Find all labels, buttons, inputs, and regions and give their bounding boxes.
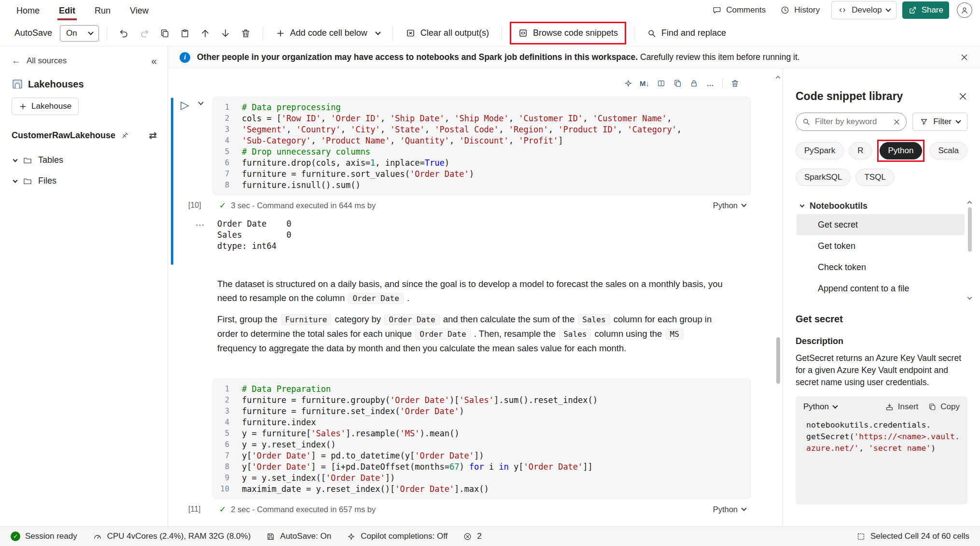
autosave-status[interactable]: AutoSave: On (266, 532, 331, 541)
move-cell-up-button[interactable] (196, 25, 214, 42)
code-line[interactable]: 6furniture.drop(cols, axis=1, inplace=Tr… (213, 158, 743, 169)
switch-lakehouse-icon[interactable]: ⇄ (149, 129, 157, 141)
back-to-sources-button[interactable]: ← All sources (12, 56, 67, 66)
snippet-group-header[interactable]: Notebookutils (797, 198, 868, 214)
markdown-convert-icon[interactable]: M↓ (637, 76, 652, 90)
undo-button[interactable] (115, 25, 133, 42)
scroll-down-icon[interactable] (967, 295, 972, 300)
snippet-code[interactable]: notebookutils.credentials.getSecret('htt… (803, 419, 960, 454)
collapse-sidebar-button[interactable]: « (151, 55, 157, 67)
split-cell-icon[interactable] (654, 76, 668, 90)
notebook-scrollbar[interactable] (774, 69, 783, 526)
add-lakehouse-button[interactable]: Lakehouse (12, 98, 79, 115)
clear-search-icon[interactable] (893, 118, 900, 126)
snippet-search-box[interactable] (796, 113, 907, 131)
output-options-icon[interactable]: … (195, 217, 205, 227)
delete-cell-icon[interactable] (728, 76, 742, 90)
copilot-icon[interactable] (621, 76, 635, 90)
cell-language-selector[interactable]: Python (713, 505, 751, 514)
code-line[interactable]: 4furniture.index (213, 417, 743, 428)
copilot-status[interactable]: Copilot completions: Off (347, 532, 448, 541)
code-line[interactable]: 8furniture.isnull().sum() (213, 180, 743, 191)
comments-button[interactable]: Comments (706, 1, 771, 19)
scroll-up-icon[interactable] (776, 76, 781, 81)
add-code-cell-button[interactable]: Add code cell below (271, 24, 385, 42)
snippet-item-get-token[interactable]: Get token (797, 235, 965, 257)
code-line[interactable]: 9y = y.set_index(['Order Date']) (213, 473, 743, 484)
code-line[interactable]: 7y['Order Date'] = pd.to_datetime(y['Ord… (213, 450, 743, 461)
language-chip-pyspark[interactable]: PySpark (796, 142, 844, 159)
notebook-canvas[interactable]: ▷ M↓ … 1# Data preprocessing2cols = ['Ro… (168, 69, 774, 526)
code-line[interactable]: 5# Drop unnecessary columns (213, 146, 743, 158)
menu-tab-view[interactable]: View (128, 1, 150, 20)
snippet-item-check-token[interactable]: Check token (797, 257, 965, 278)
code-line[interactable]: 6y = y.reset_index() (213, 439, 743, 450)
share-button[interactable]: Share (902, 1, 949, 19)
copy-snippet-button[interactable]: Copy (928, 402, 960, 412)
find-replace-button[interactable]: Find and replace (642, 24, 731, 42)
autosave-toggle[interactable]: On (60, 25, 99, 42)
menu-tab-run[interactable]: Run (93, 1, 112, 20)
clear-outputs-button[interactable]: Clear all output(s) (401, 24, 494, 42)
browse-code-snippets-button[interactable]: Browse code snippets (513, 24, 623, 42)
copy-button[interactable] (155, 25, 174, 42)
snippet-list-scrollbar[interactable] (966, 200, 973, 299)
language-chip-python[interactable]: Python (880, 142, 923, 159)
resource-usage[interactable]: CPU 4vCores (2.4%), RAM 32G (8.0%) (93, 532, 251, 541)
run-cell-button[interactable]: ▷ (181, 100, 189, 111)
code-line[interactable]: 4'Sub-Category', 'Product Name', 'Quanti… (213, 135, 743, 146)
banner-close-button[interactable] (960, 53, 968, 61)
redo-button[interactable] (135, 25, 154, 42)
search-input[interactable] (815, 117, 889, 127)
close-panel-icon[interactable] (958, 92, 967, 101)
freeze-cell-lock-icon[interactable] (686, 76, 701, 90)
code-line[interactable]: 7furniture = furniture.sort_values('Orde… (213, 169, 743, 180)
code-line[interactable]: 1# Data preprocessing (213, 102, 743, 113)
paste-button[interactable] (176, 25, 194, 42)
scrollbar-thumb[interactable] (968, 207, 972, 252)
language-chip-sparksql[interactable]: SparkSQL (796, 169, 851, 186)
develop-button[interactable]: Develop (831, 1, 896, 19)
language-chip-scala[interactable]: Scala (929, 142, 967, 159)
filter-button[interactable]: Filter (912, 113, 967, 131)
selection-status: Selected Cell 24 of 60 cells (856, 532, 969, 541)
delete-cell-button[interactable] (237, 25, 255, 42)
code-line[interactable]: 5y = furniture['Sales'].resample('MS').m… (213, 428, 743, 439)
collapse-cell-button[interactable] (199, 102, 203, 104)
error-count[interactable]: 2 (463, 532, 481, 541)
duplicate-cell-icon[interactable] (670, 76, 685, 90)
language-chip-tsql[interactable]: TSQL (855, 169, 894, 186)
code-line[interactable]: 1# Data Preparation (213, 384, 743, 395)
language-chip-r[interactable]: R (849, 142, 872, 159)
code-line[interactable]: 2furniture = furniture.groupby('Order Da… (213, 395, 743, 406)
sidebar-item-files[interactable]: Files (12, 171, 157, 191)
cell-language-selector[interactable]: Python (713, 201, 751, 210)
scroll-up-icon[interactable] (967, 201, 972, 206)
sidebar-item-tables[interactable]: Tables (12, 150, 157, 171)
pin-icon[interactable] (120, 131, 129, 140)
line-number: 9 (213, 473, 242, 484)
lakehouse-row[interactable]: CustomerRawLakehouse ⇄ (12, 129, 157, 141)
code-line[interactable]: 10maximim_date = y.reset_index()['Order … (213, 484, 743, 495)
description-label: Description (796, 336, 967, 346)
profile-avatar[interactable] (957, 2, 972, 18)
history-button[interactable]: History (774, 1, 826, 19)
code-editor[interactable]: 1# Data preprocessing2cols = ['Row ID', … (212, 97, 751, 195)
more-options-icon[interactable]: … (703, 76, 717, 90)
chevron-down-icon (13, 178, 18, 183)
arrow-up-icon (200, 28, 210, 39)
code-editor[interactable]: 1# Data Preparation2furniture = furnitur… (212, 378, 751, 499)
snippet-language-selector[interactable]: Python (803, 402, 837, 412)
move-cell-down-button[interactable] (216, 25, 235, 42)
snippet-item-append-content-to-a-file[interactable]: Append content to a file (797, 278, 965, 299)
menu-tab-edit[interactable]: Edit (57, 1, 77, 20)
insert-button[interactable]: Insert (885, 402, 919, 412)
code-line[interactable]: 2cols = ['Row ID', 'Order ID', 'Ship Dat… (213, 113, 743, 124)
code-line[interactable]: 3furniture = furniture.set_index('Order … (213, 406, 743, 417)
markdown-cell[interactable]: The dataset is structured on a daily bas… (217, 277, 724, 355)
snippet-item-get-secret[interactable]: Get secret (797, 214, 965, 235)
menu-tab-home[interactable]: Home (15, 1, 41, 20)
scrollbar-thumb[interactable] (776, 337, 780, 384)
code-line[interactable]: 8y['Order Date'] = [i+pd.DateOffset(mont… (213, 461, 743, 473)
code-line[interactable]: 3'Segment', 'Country', 'City', 'State', … (213, 124, 743, 135)
